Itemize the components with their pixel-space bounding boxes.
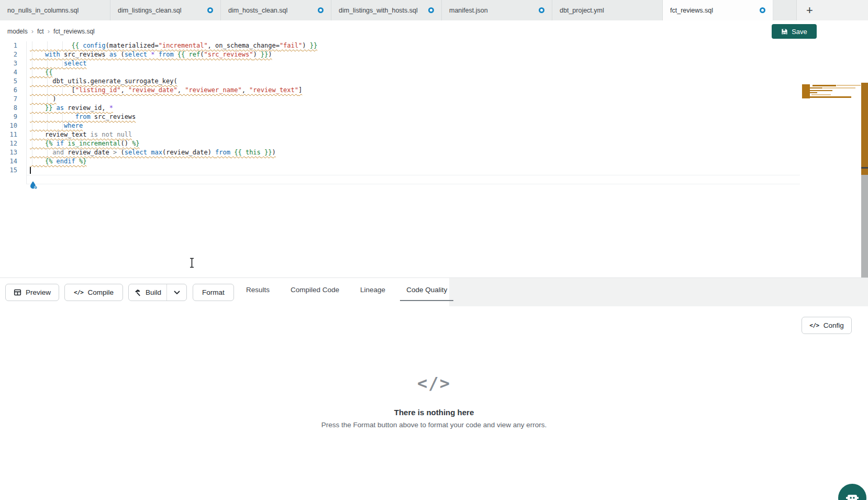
minimap[interactable] xyxy=(802,83,861,99)
code-line[interactable]: 15 xyxy=(0,166,801,175)
line-number: 12 xyxy=(0,139,17,148)
save-icon xyxy=(781,28,788,35)
file-tab-label: dim_listings_with_hosts.sql xyxy=(339,7,424,14)
scroll-annotation-ruler[interactable] xyxy=(861,83,868,298)
file-tab[interactable]: dim_hosts_clean.sql xyxy=(221,0,331,20)
minimap-bar xyxy=(823,87,855,88)
code-text: {{ config(materialized="incremental", on… xyxy=(30,41,317,50)
code-brackets-icon: </> xyxy=(74,289,83,296)
format-button[interactable]: Format xyxy=(193,284,234,301)
compile-label: Compile xyxy=(87,288,114,296)
code-line[interactable]: 11 review_text is not null xyxy=(0,130,801,139)
minimap-bar xyxy=(805,87,822,88)
file-tab[interactable]: dim_listings_clean.sql xyxy=(110,0,221,20)
file-tab-label: no_nulls_in_columns.sql xyxy=(7,7,103,14)
line-number: 4 xyxy=(0,68,17,77)
tab-stub xyxy=(773,0,797,20)
minimap-bar xyxy=(811,94,831,95)
file-tab-label: manifest.json xyxy=(449,7,535,14)
build-label: Build xyxy=(146,288,161,296)
code-quality-panel: </> Config </> There is nothing here Pre… xyxy=(0,306,868,500)
breadcrumb-fct[interactable]: fct xyxy=(37,28,44,35)
code-line[interactable]: 12 {% if is_incremental() %} xyxy=(0,139,801,148)
code-brackets-icon: </> xyxy=(809,322,819,329)
new-tab-button[interactable]: + xyxy=(806,5,813,16)
code-brackets-icon: </> xyxy=(0,373,868,393)
breadcrumb-separator: › xyxy=(31,27,34,35)
build-button[interactable]: Build xyxy=(129,284,167,301)
minimap-bar xyxy=(808,96,851,98)
file-tab[interactable]: dim_listings_with_hosts.sql xyxy=(331,0,442,20)
macro-droplet-icon[interactable] xyxy=(29,181,38,190)
code-text: {% endif %} xyxy=(30,157,86,166)
panel-tab-results[interactable]: Results xyxy=(240,278,276,301)
code-text: review_text is not null xyxy=(30,130,132,139)
line-number: 5 xyxy=(0,77,17,86)
unsaved-changes-dot xyxy=(318,7,324,13)
tab-bar-filler: + xyxy=(797,0,868,20)
editor-toolbar: Preview </> Compile Build Format Results… xyxy=(0,277,868,306)
code-text: where xyxy=(30,121,83,130)
build-menu-button[interactable] xyxy=(167,284,186,301)
line-number: 9 xyxy=(0,113,17,121)
dbt-ide-window: no_nulls_in_columns.sqldim_listings_clea… xyxy=(0,0,868,500)
file-tab-bar: no_nulls_in_columns.sqldim_listings_clea… xyxy=(0,0,868,20)
file-tab[interactable]: dbt_project.yml xyxy=(552,0,663,20)
code-line[interactable]: 13 and review_date > (select max(review_… xyxy=(0,148,801,157)
code-line[interactable]: 9 from src_reviews xyxy=(0,113,801,121)
chevron-down-icon xyxy=(174,291,180,295)
line-number: 8 xyxy=(0,104,17,113)
table-grid-icon xyxy=(14,288,21,296)
editor-header: models › fct › fct_reviews.sql Save xyxy=(0,20,868,42)
code-line[interactable]: 3 select xyxy=(0,59,801,68)
code-text: ) xyxy=(30,95,57,104)
preview-button[interactable]: Preview xyxy=(5,284,59,301)
file-tab[interactable]: manifest.json xyxy=(442,0,552,20)
unsaved-changes-dot xyxy=(539,7,544,13)
breadcrumb-file[interactable]: fct_reviews.sql xyxy=(53,28,95,35)
build-split-button: Build xyxy=(128,284,187,301)
line-number: 2 xyxy=(0,50,17,59)
line-number: 15 xyxy=(0,166,17,175)
ruler-marker xyxy=(861,167,868,169)
code-text: with src_reviews as (select * from {{ re… xyxy=(30,50,272,59)
code-editor[interactable]: 1 {{ config(materialized="incremental", … xyxy=(0,41,868,277)
save-button[interactable]: Save xyxy=(772,24,817,39)
panel-tab-compiled-code[interactable]: Compiled Code xyxy=(284,278,346,301)
code-line[interactable]: 8 }} as review_id, * xyxy=(0,104,801,113)
line-number: 7 xyxy=(0,95,17,104)
code-line[interactable]: 1 {{ config(materialized="incremental", … xyxy=(0,41,801,50)
code-line[interactable]: 6 ["listing_id", "review_date", "reviewe… xyxy=(0,86,801,95)
minimap-bar xyxy=(837,85,861,86)
code-line[interactable]: 14 {% endif %} xyxy=(0,157,801,166)
unsaved-changes-dot xyxy=(207,7,213,13)
minimap-bar xyxy=(809,92,817,93)
active-line-rule xyxy=(26,175,800,175)
panel-tab-lineage[interactable]: Lineage xyxy=(354,278,392,301)
mouse-text-cursor xyxy=(188,258,195,270)
compile-button[interactable]: </> Compile xyxy=(64,284,123,301)
panel-tabs: ResultsCompiled CodeLineageCode Quality xyxy=(240,278,453,301)
line-number: 11 xyxy=(0,130,17,139)
code-line[interactable]: 7 ) xyxy=(0,95,801,104)
file-tab-label: dim_listings_clean.sql xyxy=(118,7,203,14)
code-line[interactable]: 5 dbt_utils.generate_surrogate_key( xyxy=(0,77,801,86)
code-line[interactable]: 2 with src_reviews as (select * from {{ … xyxy=(0,50,801,59)
code-line[interactable]: 4 {{ xyxy=(0,68,801,77)
unsaved-changes-dot xyxy=(760,7,765,13)
code-text: dbt_utils.generate_surrogate_key( xyxy=(30,77,177,86)
breadcrumb-models[interactable]: models xyxy=(7,28,28,35)
line-number: 13 xyxy=(0,148,17,157)
empty-state-title: There is nothing here xyxy=(0,408,868,417)
panel-tab-code-quality[interactable]: Code Quality xyxy=(400,278,453,301)
config-button[interactable]: </> Config xyxy=(802,317,852,334)
hammer-icon xyxy=(134,289,141,296)
code-line[interactable]: 10 where xyxy=(0,121,801,130)
code-text: select xyxy=(30,59,86,68)
file-tab[interactable]: no_nulls_in_columns.sql xyxy=(0,0,110,20)
preview-label: Preview xyxy=(26,288,51,296)
code-text: from src_reviews xyxy=(30,113,136,121)
code-text: }} as review_id, * xyxy=(30,104,113,113)
robot-icon xyxy=(845,491,860,500)
file-tab[interactable]: fct_reviews.sql xyxy=(663,0,773,20)
